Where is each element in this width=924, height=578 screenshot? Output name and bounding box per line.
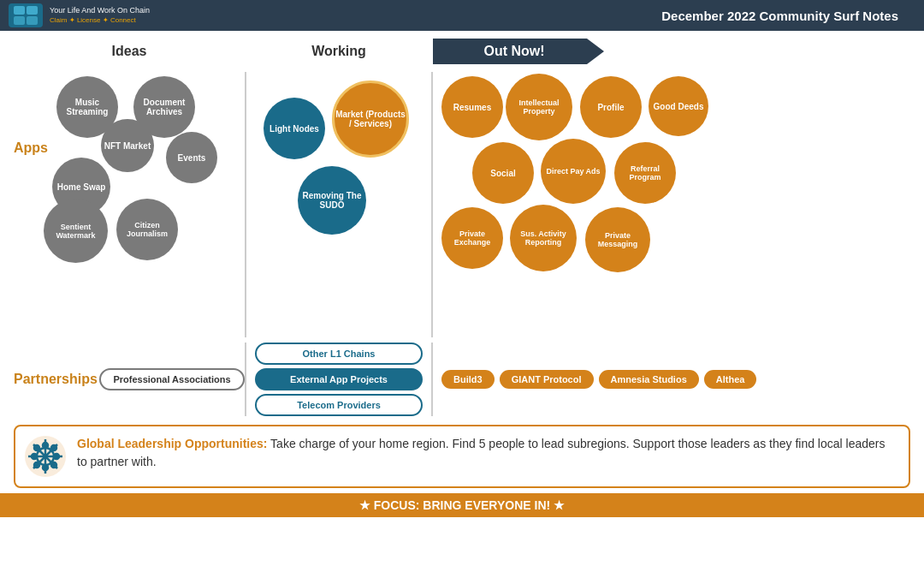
working-column: Light Nodes Market (Products / Services)… [245,72,433,337]
working-circles: Light Nodes Market (Products / Services)… [255,72,426,243]
sus-activity-reporting-circle: Sus. Activity Reporting [510,205,577,271]
good-deeds-circle: Good Deeds [649,76,708,136]
footer-star-right: ★ [554,498,565,512]
svg-point-16 [51,445,56,450]
other-l1-chains-pill: Other L1 Chains [255,343,423,365]
resumes-circle: Resumes [441,76,503,138]
citizen-journalism-circle: Citizen Journalism [116,199,178,260]
professional-associations-pill: Professional Associations [99,368,244,390]
build3-pill: Build3 [441,370,495,389]
removing-sudo-circle: Removing The SUDO [298,166,366,235]
tagline: Your Life And Work On Chain Claim ✦ Lice… [50,6,150,25]
outnow-header-wrapper: Out Now! [433,39,910,64]
outnow-column: Resumes Intellectual Property Profile Go… [433,72,910,337]
ideas-circles: Music Streaming Document Archives NFT Ma… [39,72,253,269]
partnerships-label: Partnerships [14,372,99,387]
partnerships-working: Other L1 Chains External App Projects Te… [245,343,433,416]
bottom-icon [24,435,67,478]
svg-point-15 [51,462,56,468]
header: Your Life And Work On Chain Claim ✦ Lice… [0,0,924,31]
working-header: Working [245,44,433,59]
ideas-column: Apps Music Streaming Document Archives N… [14,72,245,337]
ideas-header: Ideas [14,44,245,59]
events-circle: Events [166,132,217,183]
profile-circle: Profile [580,76,642,138]
outnow-circles: Resumes Intellectual Property Profile Go… [441,72,715,252]
amnesia-studios-pill: Amnesia Studios [599,370,699,389]
section-headers: Ideas Working Out Now! [14,38,910,65]
footer: ★ FOCUS: BRING EVERYONE IN! ★ [0,493,924,517]
partnerships-row: Partnerships Professional Associations O… [14,343,910,416]
svg-point-12 [32,454,37,459]
market-circle: Market (Products / Services) [332,80,409,158]
svg-rect-3 [27,16,38,25]
logo [9,3,43,27]
svg-point-14 [34,445,39,450]
apps-row: Apps Music Streaming Document Archives N… [14,72,910,337]
nft-market-circle: NFT Market [101,119,154,172]
svg-point-10 [43,443,48,448]
althea-pill: Althea [704,370,757,389]
telecom-providers-pill: Telecom Providers [255,394,423,416]
page-wrapper: Your Life And Work On Chain Claim ✦ Lice… [0,0,924,578]
private-messaging-circle: Private Messaging [585,207,650,272]
footer-star-left: ★ [359,498,370,512]
outnow-header: Out Now! [433,39,604,64]
partnerships-outnow: Build3 GIANT Protocol Amnesia Studios Al… [433,370,910,389]
external-app-projects-pill: External App Projects [255,368,423,390]
partnerships-ideas: Professional Associations [99,368,245,390]
bottom-text: Global Leadership Opportunities: Take ch… [77,435,897,471]
svg-rect-0 [14,6,25,15]
private-exchange-circle: Private Exchange [441,207,503,269]
direct-pay-ads-circle: Direct Pay Ads [541,139,606,204]
svg-rect-2 [14,16,25,25]
svg-point-17 [34,462,39,468]
bottom-section: Global Leadership Opportunities: Take ch… [14,425,910,488]
page-title: December 2022 Community Surf Notes [661,9,898,23]
bottom-bold: Global Leadership Opportunities: [77,437,267,450]
giant-protocol-pill: GIANT Protocol [500,370,594,389]
social-circle: Social [472,142,534,204]
referral-program-circle: Referral Program [614,142,676,204]
intellectual-property-circle: Intellectual Property [506,74,572,140]
sentient-watermark-circle: Sentient Watermark [44,199,108,263]
svg-rect-1 [27,6,38,15]
svg-point-11 [43,465,48,470]
svg-point-13 [54,454,59,459]
footer-text: FOCUS: BRING EVERYONE IN! [374,498,550,512]
light-nodes-circle: Light Nodes [264,98,325,159]
main-content: Ideas Working Out Now! Apps Music Stream… [0,31,924,420]
